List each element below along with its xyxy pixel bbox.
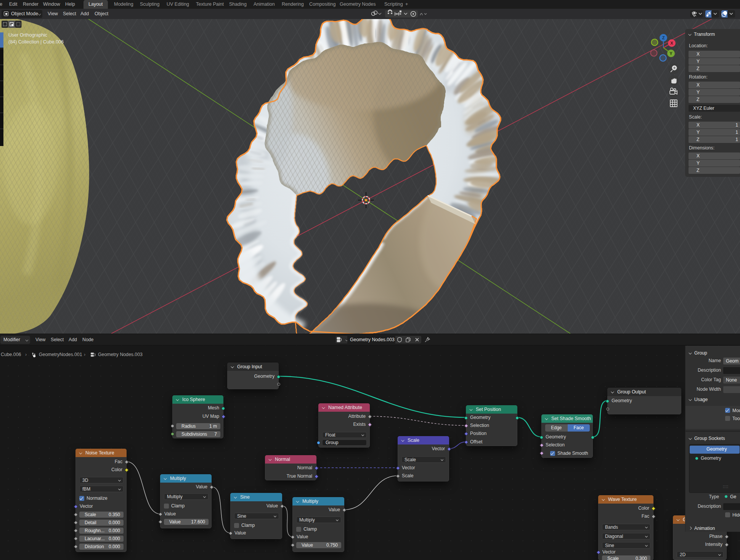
svg-text:User Orthographic: User Orthographic xyxy=(8,32,47,38)
svg-text:Y: Y xyxy=(669,51,673,56)
svg-text:Z: Z xyxy=(662,35,665,40)
svg-text:(84) Collection | Cube.006: (84) Collection | Cube.006 xyxy=(8,39,64,45)
svg-text:X: X xyxy=(670,41,673,45)
